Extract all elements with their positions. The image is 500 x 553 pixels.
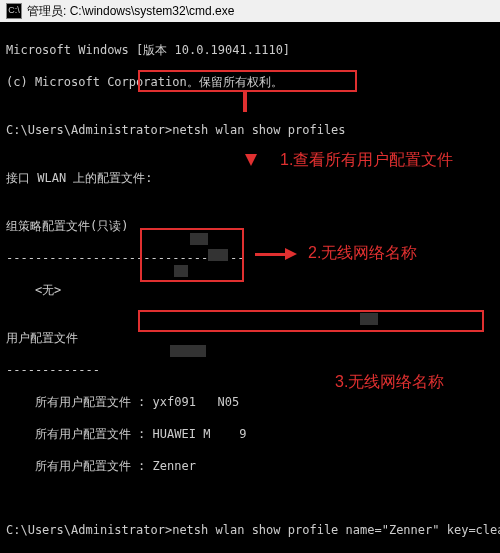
profile-row-1: 所有用户配置文件 : yxf091 N05 <box>6 394 494 410</box>
prompt-line-2: C:\Users\Administrator>netsh wlan show p… <box>6 522 494 538</box>
interface-line-1: 接口 WLAN 上的配置文件: <box>6 170 494 186</box>
window-titlebar: C:\ 管理员: C:\windows\system32\cmd.exe <box>0 0 500 22</box>
user-section-header: 用户配置文件 <box>6 330 494 346</box>
divider: ------------- <box>6 362 494 378</box>
ms-version-line: Microsoft Windows [版本 10.0.19041.1110] <box>6 42 494 58</box>
divider: --------------------------------- <box>6 250 494 266</box>
cmd-icon: C:\ <box>6 3 22 19</box>
highlight-box-3 <box>138 310 484 332</box>
censor-mask <box>360 313 378 325</box>
censor-mask <box>174 265 188 277</box>
terminal-output[interactable]: Microsoft Windows [版本 10.0.19041.1110] (… <box>0 22 500 553</box>
profile-row-2: 所有用户配置文件 : HUAWEI M 9 <box>6 426 494 442</box>
censor-mask <box>190 233 208 245</box>
ms-copyright-line: (c) Microsoft Corporation。保留所有权利。 <box>6 74 494 90</box>
gp-section-header: 组策略配置文件(只读) <box>6 218 494 234</box>
window-title: 管理员: C:\windows\system32\cmd.exe <box>27 3 234 20</box>
arrow-2-line <box>255 253 287 256</box>
censor-mask <box>170 345 206 357</box>
prompt-line-1: C:\Users\Administrator>netsh wlan show p… <box>6 122 494 138</box>
profile-row-3: 所有用户配置文件 : Zenner <box>6 458 494 474</box>
arrow-2-head <box>285 248 297 260</box>
gp-none: <无> <box>6 282 494 298</box>
annotation-1: 1.查看所有用户配置文件 <box>280 152 453 168</box>
censor-mask <box>208 249 228 261</box>
